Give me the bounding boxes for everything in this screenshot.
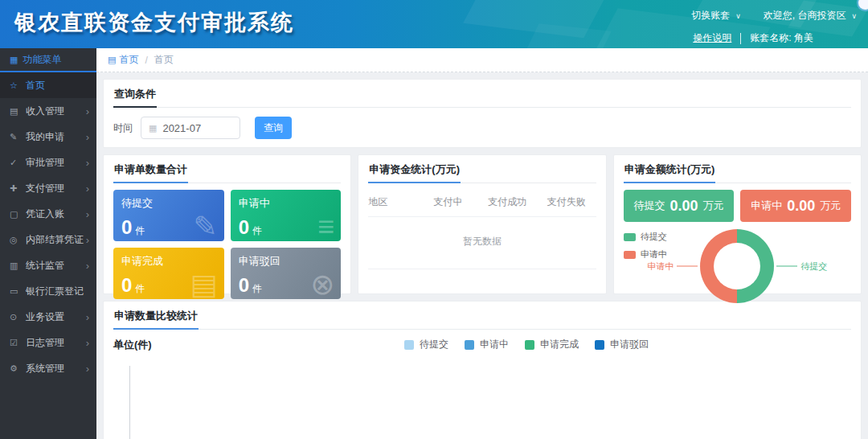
legend-label: 待提交 — [641, 231, 667, 243]
sidebar-item-label: 内部结算凭证 — [26, 233, 84, 247]
donut-label-pending: 待提交 — [776, 261, 827, 273]
sidebar-header: ▦ 功能菜单 — [0, 48, 96, 72]
amount-button-value: 0.00 — [787, 198, 815, 215]
query-panel: 查询条件 时间 ▦ 2021-07 查询 — [103, 79, 862, 148]
chevron-right-icon: › — [86, 131, 89, 143]
switch-account-label: 切换账套 — [691, 9, 730, 23]
compare-legend-item[interactable]: 申请驳回 — [595, 338, 649, 351]
sidebar-item-log[interactable]: ☑日志管理› — [0, 330, 96, 355]
sidebar-item-business-settings[interactable]: ⊙业务设置› — [0, 304, 96, 330]
sidebar-item-internal-settlement[interactable]: ◎内部结算凭证› — [0, 227, 96, 252]
sidebar-item-label: 支付管理 — [26, 182, 64, 195]
welcome-user-dropdown[interactable]: 欢迎您, 台商投资区 ∨ — [764, 9, 857, 23]
amount-button-unit: 万元 — [703, 199, 724, 213]
apply-pencil-icon: ✎ — [10, 132, 23, 142]
sidebar-header-label: 功能菜单 — [23, 53, 61, 67]
time-input-value: 2021-07 — [162, 122, 201, 134]
operation-guide-link[interactable]: 操作说明 — [693, 31, 731, 45]
sidebar-item-approval[interactable]: ✓审批管理› — [0, 150, 96, 175]
card-unit: 件 — [135, 283, 145, 294]
sidebar-item-my-apply[interactable]: ✎我的申请› — [0, 124, 96, 150]
card-value: 0件 — [121, 276, 145, 295]
card-label: 申请中 — [239, 196, 334, 211]
sidebar-item-label: 我的申请 — [26, 130, 64, 144]
donut-chart — [700, 229, 774, 303]
summary-card-completed: 申请完成0件▤ — [113, 248, 224, 299]
chevron-right-icon: › — [86, 337, 89, 349]
legend-swatch — [404, 340, 414, 350]
chevron-down-icon: ∨ — [735, 12, 741, 20]
funds-table-empty: 暂无数据 — [368, 217, 596, 269]
search-button[interactable]: 查询 — [255, 117, 292, 139]
approve-check-icon: ✓ — [10, 158, 23, 168]
time-input[interactable]: ▦ 2021-07 — [141, 117, 240, 139]
stats-chart-icon: ▥ — [10, 261, 23, 271]
chevron-right-icon: › — [86, 157, 89, 169]
menu-grid-icon: ▦ — [10, 55, 18, 65]
chevron-right-icon: › — [86, 105, 89, 117]
sidebar-item-voucher-entry[interactable]: ▢凭证入账› — [0, 201, 96, 227]
switch-account-dropdown[interactable]: 切换账套 ∨ — [691, 9, 741, 23]
sidebar-item-bank-draft[interactable]: ▭银行汇票登记 — [0, 278, 96, 304]
account-name-label: 账套名称: 角美 — [750, 31, 813, 45]
sidebar-item-system[interactable]: ⚙系统管理› — [0, 355, 96, 381]
amount-button-pending[interactable]: 待提交0.00万元 — [624, 190, 735, 222]
card-unit: 件 — [252, 283, 262, 294]
chevron-down-icon: ∨ — [851, 12, 857, 20]
breadcrumb-current: 首页 — [154, 53, 174, 67]
compare-chart-title: 申请数量比较统计 — [113, 306, 851, 330]
legend-swatch — [525, 340, 534, 350]
voucher-box-icon: ▢ — [10, 209, 23, 220]
legend-label: 申请完成 — [540, 338, 579, 351]
sidebar-item-label: 凭证入账 — [26, 207, 64, 221]
sidebar-item-home[interactable]: ☆首页 — [0, 72, 96, 98]
amount-panel-title: 申请金额统计(万元) — [624, 160, 851, 183]
legend-label: 申请驳回 — [610, 338, 649, 351]
header-divider — [740, 33, 741, 44]
home-star-icon: ☆ — [10, 80, 23, 91]
business-link-icon: ⊙ — [10, 312, 23, 322]
summary-card-pending: 待提交0件✎ — [113, 190, 224, 241]
funds-column-header: 地区 — [368, 195, 418, 209]
card-value: 0件 — [121, 218, 145, 237]
sidebar-item-stats-supervision[interactable]: ▥统计监管› — [0, 252, 96, 278]
sidebar-item-label: 审批管理 — [26, 156, 64, 170]
summary-panel: 申请单数量合计 待提交0件✎申请中0件≡申请完成0件▤申请驳回0件⊗ — [103, 154, 351, 294]
page-doc-icon: ▤ — [108, 55, 116, 65]
sidebar-item-label: 系统管理 — [26, 362, 64, 375]
compare-chart-legend: 待提交申请中申请完成申请驳回 — [404, 338, 649, 351]
donut-label-applying: 申请中 — [647, 261, 698, 273]
callout-line — [677, 266, 698, 267]
funds-table-panel: 申请资金统计(万元) 地区支付中支付成功支付失败 暂无数据 — [358, 154, 606, 294]
sidebar-item-label: 业务设置 — [26, 310, 64, 324]
compare-chart-panel: 申请数量比较统计 单位(件) 待提交申请中申请完成申请驳回 — [103, 301, 862, 439]
summary-card-applying: 申请中0件≡ — [231, 190, 342, 241]
compare-legend-item[interactable]: 申请完成 — [525, 338, 579, 351]
funds-column-header: 支付失败 — [537, 195, 596, 209]
sidebar-item-payment[interactable]: ✚支付管理› — [0, 175, 96, 201]
doc-edit-icon: ✎ — [193, 212, 217, 241]
donut-legend-item[interactable]: 申请中 — [624, 248, 667, 261]
chevron-right-icon: › — [86, 260, 89, 272]
legend-label: 待提交 — [420, 338, 448, 351]
funds-column-header: 支付中 — [419, 195, 478, 209]
compare-legend-item[interactable]: 申请中 — [465, 338, 509, 351]
summary-panel-title: 申请单数量合计 — [113, 160, 341, 183]
compare-legend-item[interactable]: 待提交 — [404, 338, 448, 351]
card-label: 申请完成 — [121, 254, 216, 269]
bar-chart-plot-area — [129, 366, 848, 439]
amount-panel: 申请金额统计(万元) 待提交0.00万元申请中0.00万元 待提交申请中 申请中… — [613, 154, 862, 294]
time-label: 时间 — [113, 121, 133, 135]
donut-legend-item[interactable]: 待提交 — [624, 231, 667, 243]
card-label: 待提交 — [121, 196, 216, 211]
amount-button-applying[interactable]: 申请中0.00万元 — [740, 190, 851, 222]
y-axis-unit-label: 单位(件) — [113, 338, 152, 352]
amount-button-value: 0.00 — [669, 198, 698, 215]
income-doc-icon: ▤ — [10, 106, 23, 117]
doc-done-icon: ▤ — [190, 270, 218, 299]
sidebar-item-income[interactable]: ▤收入管理› — [0, 98, 96, 124]
breadcrumb-home-link[interactable]: 首页 — [119, 53, 138, 67]
amount-button-unit: 万元 — [820, 199, 841, 213]
amount-button-label: 待提交 — [633, 199, 665, 213]
card-value: 0件 — [239, 218, 262, 237]
